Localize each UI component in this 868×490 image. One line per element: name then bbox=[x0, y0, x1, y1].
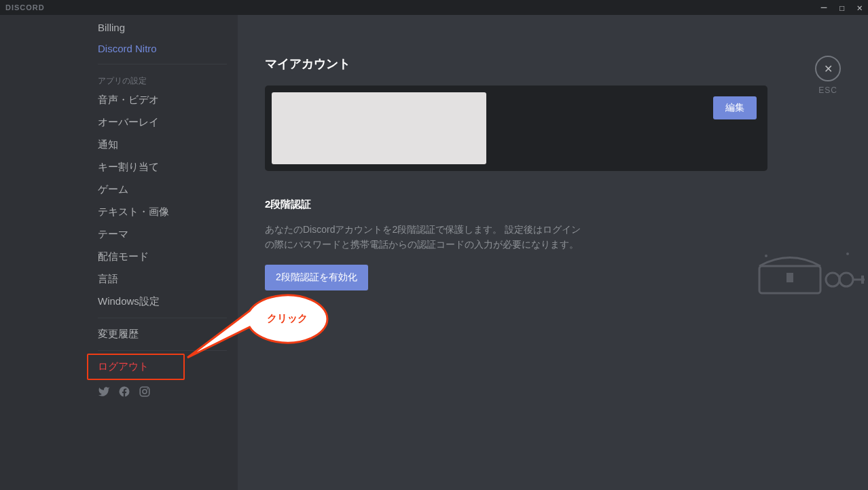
sidebar-item-billing[interactable]: Billing bbox=[91, 18, 234, 37]
minimize-icon[interactable]: ─ bbox=[821, 3, 827, 12]
two-factor-section: 2段階認証 あなたのDiscordアカウントを2段階認証で保護します。 設定後は… bbox=[265, 198, 767, 290]
two-factor-description: あなたのDiscordアカウントを2段階認証で保護します。 設定後はログインの際… bbox=[265, 222, 584, 252]
svg-point-5 bbox=[826, 273, 839, 286]
svg-point-9 bbox=[765, 255, 767, 257]
sidebar-item-windows-settings[interactable]: Windows設定 bbox=[91, 291, 234, 312]
svg-point-2 bbox=[147, 388, 148, 390]
sidebar-separator bbox=[98, 64, 227, 64]
facebook-icon[interactable] bbox=[118, 385, 130, 400]
sidebar-separator bbox=[98, 318, 227, 318]
sidebar-item-language[interactable]: 言語 bbox=[91, 269, 234, 290]
content-region: マイアカウント 編集 2段階認証 あなたのDiscordアカウントを2段階認証で… bbox=[238, 15, 868, 490]
sidebar-item-overlay[interactable]: オーバーレイ bbox=[91, 112, 234, 133]
instagram-icon[interactable] bbox=[139, 385, 151, 400]
close-label: ESC bbox=[815, 86, 841, 95]
sidebar-separator bbox=[98, 350, 227, 351]
close-button[interactable]: ✕ bbox=[815, 56, 841, 81]
sidebar-item-streamer-mode[interactable]: 配信モード bbox=[91, 246, 234, 267]
sidebar-item-text-images[interactable]: テキスト・画像 bbox=[91, 202, 234, 223]
app-name: DISCORD bbox=[5, 3, 45, 12]
svg-rect-4 bbox=[786, 273, 793, 282]
svg-point-1 bbox=[143, 390, 147, 394]
two-factor-title: 2段階認証 bbox=[265, 198, 767, 211]
sidebar-item-games[interactable]: ゲーム bbox=[91, 179, 234, 200]
social-links bbox=[91, 379, 234, 407]
content-inner: マイアカウント 編集 2段階認証 あなたのDiscordアカウントを2段階認証で… bbox=[238, 15, 795, 490]
settings-sidebar: Billing Discord Nitro アプリの設定 音声・ビデオ オーバー… bbox=[91, 15, 234, 490]
sidebar-item-notifications[interactable]: 通知 bbox=[91, 134, 234, 155]
sidebar-header-app-settings: アプリの設定 bbox=[91, 70, 234, 90]
twitter-icon[interactable] bbox=[98, 385, 110, 400]
svg-point-10 bbox=[846, 252, 849, 255]
close-icon: ✕ bbox=[824, 62, 833, 75]
sidebar-item-keybinds[interactable]: キー割り当て bbox=[91, 157, 234, 178]
sidebar-item-voice-video[interactable]: 音声・ビデオ bbox=[91, 90, 234, 111]
close-window-icon[interactable]: ✕ bbox=[857, 3, 863, 12]
sidebar-item-logout[interactable]: ログアウト bbox=[91, 356, 234, 377]
title-bar: DISCORD ─ ☐ ✕ bbox=[0, 0, 868, 15]
window-controls: ─ ☐ ✕ bbox=[821, 3, 863, 12]
sidebar-region: Billing Discord Nitro アプリの設定 音声・ビデオ オーバー… bbox=[0, 15, 238, 490]
app-body: Billing Discord Nitro アプリの設定 音声・ビデオ オーバー… bbox=[0, 15, 868, 490]
svg-point-6 bbox=[839, 273, 853, 286]
close-settings: ✕ ESC bbox=[815, 56, 841, 95]
enable-2fa-button[interactable]: 2段階認証を有効化 bbox=[265, 265, 368, 290]
edit-button[interactable]: 編集 bbox=[713, 96, 757, 119]
account-info-block bbox=[272, 92, 486, 164]
svg-rect-8 bbox=[861, 276, 864, 284]
sidebar-item-theme[interactable]: テーマ bbox=[91, 224, 234, 245]
account-card: 編集 bbox=[265, 86, 767, 171]
page-title: マイアカウント bbox=[265, 56, 767, 72]
sidebar-item-nitro[interactable]: Discord Nitro bbox=[91, 39, 234, 58]
maximize-icon[interactable]: ☐ bbox=[839, 3, 844, 12]
sidebar-item-changelog[interactable]: 変更履歴 bbox=[91, 324, 234, 345]
chest-illustration bbox=[753, 246, 868, 300]
